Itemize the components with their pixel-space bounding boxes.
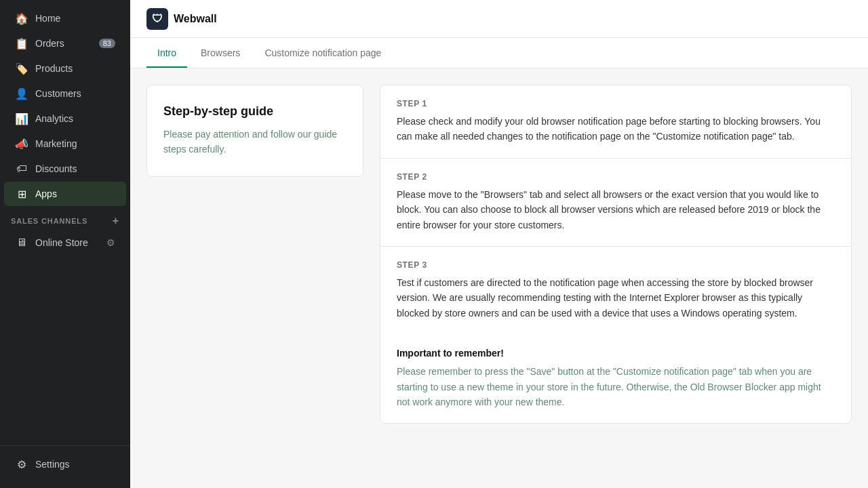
sidebar-label-products: Products [35, 63, 73, 74]
sidebar-item-products[interactable]: 🏷️ Products [4, 56, 126, 81]
important-title: Important to remember! [397, 348, 835, 359]
topbar: 🛡 Webwall [130, 0, 868, 38]
sidebar-item-customers[interactable]: 👤 Customers [4, 81, 126, 106]
step-text: Please move to the "Browsers" tab and se… [397, 187, 835, 232]
sidebar: 🏠 Home 📋 Orders 83 🏷️ Products 👤 Custome… [0, 0, 130, 488]
orders-badge: 83 [99, 39, 115, 48]
sidebar-label-discounts: Discounts [35, 163, 77, 174]
step-text: Test if customers are directed to the no… [397, 275, 835, 321]
guide-card: Step-by-step guide Please pay attention … [146, 85, 363, 177]
app-logo-icon: 🛡 [146, 8, 168, 30]
step-label: STEP 3 [397, 260, 835, 270]
sidebar-label-customers: Customers [35, 88, 81, 99]
sidebar-label-online-store: Online Store [35, 237, 88, 248]
sidebar-label-apps: Apps [35, 188, 57, 199]
right-panel: STEP 1 Please check and modify your old … [380, 85, 852, 424]
apps-icon: ⊞ [15, 187, 28, 201]
sidebar-item-home[interactable]: 🏠 Home [4, 6, 126, 30]
tab-browsers[interactable]: Browsers [190, 38, 251, 68]
sales-channels-label: SALES CHANNELS [11, 217, 87, 225]
guide-subtitle: Please pay attention and follow our guid… [163, 127, 347, 157]
sidebar-label-analytics: Analytics [35, 113, 73, 124]
sidebar-label-home: Home [35, 13, 60, 24]
marketing-icon: 📣 [15, 137, 28, 150]
sidebar-item-online-store[interactable]: 🖥 Online Store ⚙ [4, 230, 126, 255]
sidebar-item-analytics[interactable]: 📊 Analytics [4, 106, 126, 131]
sidebar-item-marketing[interactable]: 📣 Marketing [4, 131, 126, 156]
app-logo: 🛡 Webwall [146, 8, 217, 30]
sidebar-item-apps[interactable]: ⊞ Apps [4, 182, 126, 206]
content-area: Step-by-step guide Please pay attention … [130, 68, 868, 488]
add-sales-channel-icon[interactable]: + [113, 215, 119, 227]
step-label: STEP 1 [397, 99, 835, 108]
app-name: Webwall [174, 13, 217, 25]
home-icon: 🏠 [15, 12, 28, 25]
orders-icon: 📋 [15, 37, 28, 50]
steps-card: STEP 1 Please check and modify your old … [380, 85, 852, 424]
customers-icon: 👤 [15, 87, 28, 100]
important-text: Please remember to press the "Save" butt… [397, 364, 835, 409]
products-icon: 🏷️ [15, 62, 28, 75]
discounts-icon: 🏷 [15, 162, 28, 176]
step-block-step-3: STEP 3 Test if customers are directed to… [380, 247, 851, 334]
online-store-icon: 🖥 [15, 236, 28, 249]
guide-title: Step-by-step guide [163, 104, 347, 119]
sidebar-item-settings[interactable]: ⚙ Settings [4, 452, 126, 476]
main-content: 🛡 Webwall IntroBrowsersCustomize notific… [130, 0, 868, 488]
step-label: STEP 2 [397, 172, 835, 182]
settings-icon: ⚙ [15, 458, 28, 471]
sidebar-item-orders[interactable]: 📋 Orders 83 [4, 31, 126, 56]
step-text: Please check and modify your old browser… [397, 114, 835, 144]
sidebar-item-discounts[interactable]: 🏷 Discounts [4, 157, 126, 181]
step-block-step-2: STEP 2 Please move to the "Browsers" tab… [380, 159, 851, 247]
analytics-icon: 📊 [15, 112, 28, 125]
online-store-settings-icon[interactable]: ⚙ [106, 237, 115, 248]
sidebar-label-orders: Orders [35, 38, 64, 49]
step-block-step-1: STEP 1 Please check and modify your old … [380, 85, 851, 159]
sidebar-label-marketing: Marketing [35, 138, 77, 149]
app-icon: 🛡 [152, 13, 163, 25]
settings-label: Settings [35, 459, 70, 470]
left-panel: Step-by-step guide Please pay attention … [146, 85, 363, 424]
important-block: Important to remember! Please remember t… [380, 334, 851, 423]
tab-intro[interactable]: Intro [146, 38, 187, 68]
tabs-bar: IntroBrowsersCustomize notification page [130, 38, 868, 68]
tab-customize[interactable]: Customize notification page [254, 38, 392, 68]
